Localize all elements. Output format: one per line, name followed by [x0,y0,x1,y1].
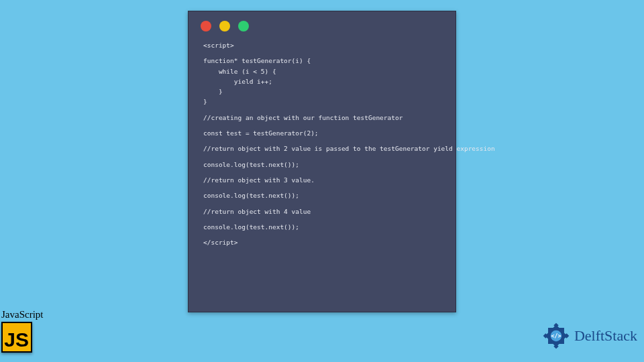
code-line: console.log(test.next()); [203,191,441,200]
code-line: console.log(test.next()); [203,223,441,231]
js-label: JavaScript [1,309,43,320]
code-line: yield i++; [203,77,441,86]
code-line: } [203,97,441,106]
delftstack-text: DelftStack [574,327,637,345]
js-logo-text: JS [4,330,29,350]
code-line: //return object with 2 value is passed t… [203,144,441,153]
code-body: <script> function* testGenerator(i) { wh… [189,37,455,263]
code-line: //return object with 4 value [203,207,441,216]
code-line: <script> [203,41,441,50]
code-line: while (i < 5) { [203,67,441,76]
code-line: const test = testGenerator(2); [203,129,441,137]
code-line: function* testGenerator(i) { [203,56,441,65]
code-line: </script> [203,238,441,247]
close-dot-icon [201,21,211,32]
code-line: console.log(test.next()); [203,160,441,169]
code-line: //return object with 3 value. [203,176,441,184]
svg-text:</>: </> [551,333,561,339]
code-line: } [203,87,441,96]
delftstack-brand: </> DelftStack [541,320,637,351]
minimize-dot-icon [219,21,230,32]
maximize-dot-icon [238,21,249,32]
js-logo-icon: JS [1,322,32,353]
code-line: //creating an object with our function t… [203,113,441,122]
delftstack-logo-icon: </> [541,320,572,351]
window-traffic-lights [189,11,455,37]
js-badge: JavaScript JS [1,309,43,353]
code-window: <script> function* testGenerator(i) { wh… [188,11,456,312]
